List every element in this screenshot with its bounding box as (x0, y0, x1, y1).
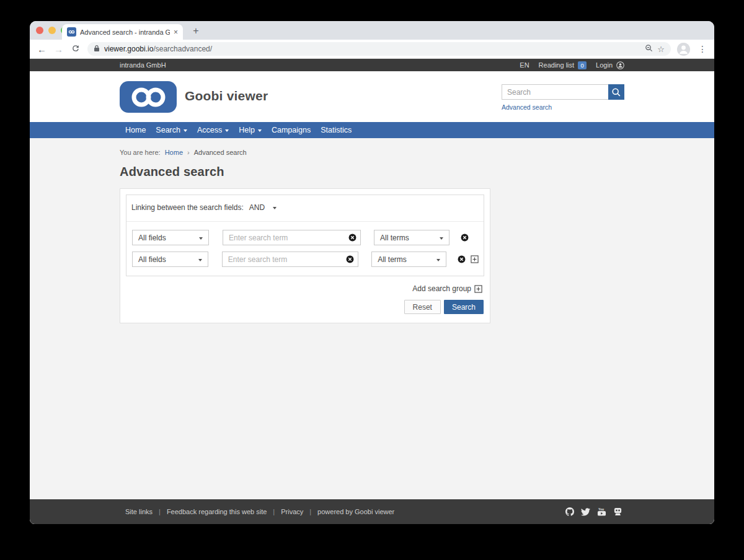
tab-strip: Advanced search - intranda Gm × + (30, 21, 714, 40)
terms-select[interactable]: All terms (371, 252, 446, 267)
lock-icon (94, 45, 100, 54)
profile-avatar[interactable] (677, 43, 690, 56)
linking-label: Linking between the search fields: (131, 203, 244, 212)
browser-tab[interactable]: Advanced search - intranda Gm × (62, 24, 183, 40)
new-tab-button[interactable]: + (190, 25, 202, 37)
linking-row: Linking between the search fields: AND (131, 195, 479, 221)
chevron-down-icon (273, 207, 277, 209)
footer-site-links[interactable]: Site links (125, 508, 153, 515)
remove-row-icon[interactable] (458, 255, 466, 263)
search-term-input[interactable] (222, 252, 358, 267)
browser-menu-icon[interactable]: ⋮ (698, 44, 707, 54)
linking-operator-select[interactable]: AND (249, 203, 277, 212)
toolbar-right: ⋮ (676, 43, 711, 56)
site-brand-title: Goobi viewer (185, 89, 268, 103)
chevron-down-icon (199, 237, 203, 240)
reset-button[interactable]: Reset (404, 300, 441, 314)
chevron-down-icon (198, 259, 202, 261)
login-label: Login (596, 61, 613, 69)
chevron-down-icon (440, 237, 443, 240)
intranda-icon[interactable] (613, 507, 622, 516)
tab-title: Advanced search - intranda Gm (80, 28, 170, 36)
topbar-site-name: intranda GmbH (120, 61, 166, 69)
url-text: viewer.goobi.io/searchadvanced/ (104, 45, 640, 53)
form-buttons: Reset Search (126, 300, 484, 314)
add-search-group[interactable]: Add search group (126, 284, 482, 293)
web-page: intranda GmbH EN Reading list 0 Login (30, 59, 714, 524)
nav-item-help[interactable]: Help (234, 122, 267, 138)
browser-toolbar: ← → viewer.goobi.io/searchadvanced/ ☆ ⋮ (30, 40, 714, 59)
footer-feedback-link[interactable]: Feedback regarding this web site (167, 508, 267, 515)
clear-input-icon[interactable] (346, 255, 354, 263)
github-icon[interactable] (565, 507, 574, 516)
footer-privacy-link[interactable]: Privacy (281, 508, 303, 515)
language-switcher[interactable]: EN (520, 61, 529, 69)
search-group-box: Linking between the search fields: AND (126, 195, 484, 276)
add-group-icon (474, 285, 482, 293)
field-select[interactable]: All fields (132, 230, 209, 245)
header-search-button[interactable] (608, 84, 624, 100)
footer-separator: | (309, 508, 311, 515)
svg-text:You: You (598, 507, 604, 511)
goobi-favicon-icon (67, 27, 76, 37)
reading-list-link[interactable]: Reading list 0 (539, 61, 587, 69)
field-select[interactable]: All fields (132, 252, 208, 267)
remove-row-icon[interactable] (461, 234, 469, 242)
footer-separator: | (159, 508, 161, 515)
reading-list-badge: 0 (578, 61, 587, 69)
header-search-widget: Advanced search (502, 84, 624, 112)
search-term-input[interactable] (223, 230, 361, 245)
reload-icon[interactable] (67, 44, 84, 55)
url-path: /searchadvanced/ (153, 45, 212, 53)
footer-links: Site links | Feedback regarding this web… (120, 508, 394, 515)
nav-item-statistics[interactable]: Statistics (316, 122, 356, 138)
breadcrumb: You are here: Home › Advanced search (120, 149, 624, 156)
chevron-down-icon (225, 129, 229, 132)
header-search-input[interactable] (502, 84, 608, 100)
search-field-rows: All fields All te (131, 222, 479, 276)
site-header: Goobi viewer Advanced search (30, 71, 714, 122)
tab-close-icon[interactable]: × (174, 28, 178, 36)
terms-select[interactable]: All terms (374, 230, 450, 245)
close-window-button[interactable] (36, 27, 43, 34)
add-search-group-label: Add search group (412, 284, 471, 293)
breadcrumb-separator: › (187, 149, 190, 156)
login-link[interactable]: Login (596, 61, 624, 69)
breadcrumb-home-link[interactable]: Home (165, 149, 183, 156)
main-navigation: Home Search Access Help Campaigns Statis… (30, 122, 714, 138)
page-content: You are here: Home › Advanced search Adv… (30, 138, 714, 499)
term-input-wrap (223, 230, 361, 245)
goobi-logo[interactable] (120, 81, 177, 113)
footer-powered-by-link[interactable]: powered by Goobi viewer (317, 508, 394, 515)
back-icon[interactable]: ← (33, 44, 50, 55)
search-icon (611, 87, 621, 97)
nav-item-home[interactable]: Home (120, 122, 151, 138)
breadcrumb-current: Advanced search (194, 149, 247, 156)
minimize-window-button[interactable] (48, 27, 56, 34)
address-bar[interactable]: viewer.goobi.io/searchadvanced/ ☆ (87, 42, 671, 56)
zoom-page-icon[interactable] (645, 44, 653, 54)
nav-item-access[interactable]: Access (192, 122, 234, 138)
search-field-row: All fields All te (131, 252, 479, 267)
advanced-search-panel: Linking between the search fields: AND (120, 188, 490, 323)
breadcrumb-prefix: You are here: (120, 149, 161, 156)
search-button[interactable]: Search (444, 300, 484, 314)
youtube-icon[interactable]: You (597, 507, 606, 516)
footer-social-icons: You (565, 507, 624, 516)
infinity-icon (129, 87, 167, 108)
clear-input-icon[interactable] (348, 234, 356, 242)
user-icon (616, 61, 624, 69)
url-host: viewer.goobi.io (104, 45, 153, 53)
forward-icon[interactable]: → (50, 44, 67, 55)
twitter-icon[interactable] (581, 508, 590, 516)
nav-item-campaigns[interactable]: Campaigns (267, 122, 316, 138)
reading-list-label: Reading list (539, 61, 574, 69)
add-row-icon[interactable] (471, 255, 479, 263)
topbar-right: EN Reading list 0 Login (520, 61, 624, 69)
advanced-search-link[interactable]: Advanced search (502, 103, 552, 111)
page-title: Advanced search (120, 165, 624, 179)
nav-item-search[interactable]: Search (151, 122, 192, 138)
chevron-down-icon (258, 129, 262, 132)
bookmark-star-icon[interactable]: ☆ (657, 45, 665, 54)
term-input-wrap (222, 252, 358, 267)
